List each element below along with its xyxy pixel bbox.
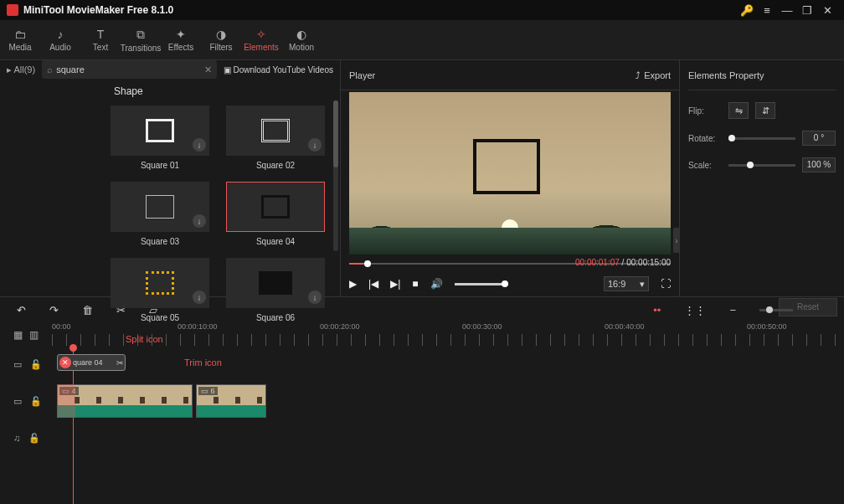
split-icon[interactable]: ✕ [59,357,71,368]
fullscreen-button[interactable]: ⛶ [661,278,671,290]
lock-icon[interactable]: 🔓 [28,433,40,444]
audio-track: ♫🔓 [0,421,844,455]
panel-collapse-handle[interactable]: › [673,228,680,253]
main-tabs: 🗀Media ♪Audio TText ⧉Transitions ✦Effect… [0,20,844,60]
asset-square-01[interactable]: ↓Square 01 [111,105,209,170]
zoom-slider[interactable] [759,309,793,311]
prev-frame-button[interactable]: |◀ [368,278,378,290]
asset-square-05[interactable]: ↓Square 05 [111,258,209,322]
app-logo [7,4,18,16]
tab-filters[interactable]: ◑Filters [201,20,241,59]
reset-button[interactable]: Reset [779,298,837,316]
track-icon[interactable]: ▭ [13,396,22,407]
export-button[interactable]: ⤴Export [636,70,671,80]
clip-element[interactable]: ✕ quare 04 ✂ [57,354,126,371]
elements-lane[interactable]: Split icon ✕ quare 04 ✂ Trim icon [52,347,844,381]
asset-square-04[interactable]: Square 04 [226,182,325,246]
download-icon[interactable]: ↓ [193,138,206,152]
playhead-overlay [57,384,75,418]
maximize-button[interactable]: ❐ [797,4,817,17]
preview-canvas[interactable] [349,92,671,255]
rotate-value[interactable]: 0 ° [802,131,836,146]
lock-icon[interactable]: 🔓 [30,359,42,370]
annotation-trim: Trim icon [184,357,222,368]
properties-panel: Elements Property Flip: ⇋ ⇵ Rotate: 0 ° … [680,60,844,296]
asset-browser: ▸ All(9) ⌕ ✕ ▣ Download YouTube Videos S… [0,60,340,296]
volume-icon[interactable]: 🔊 [430,278,443,290]
tab-motion[interactable]: ◐Motion [281,20,322,59]
tree-column [0,79,95,322]
search-input-wrap: ⌕ ✕ [42,60,217,79]
video-track: ▭🔓 ▭ 4 ▭ 6 [0,381,844,421]
audio-lane[interactable] [52,421,844,455]
effects-icon: ✦ [176,28,186,41]
tab-transitions[interactable]: ⧉Transitions [121,20,161,59]
minimize-button[interactable]: — [777,4,797,17]
tab-effects[interactable]: ✦Effects [161,20,201,59]
music-icon[interactable]: ♫ [13,433,20,444]
tree-toggle[interactable]: ▸ All(9) [7,64,35,75]
motion-icon: ◐ [296,28,306,41]
asset-square-02[interactable]: ↓Square 02 [226,105,325,170]
download-icon[interactable]: ↓ [308,138,322,152]
time-total: 00:00:15:00 [626,258,671,267]
flip-vertical-button[interactable]: ⇵ [755,102,775,119]
tab-audio[interactable]: ♪Audio [40,20,80,59]
asset-square-06[interactable]: ↓Square 06 [226,258,325,322]
menu-icon[interactable]: ≡ [757,4,777,17]
properties-title: Elements Property [688,60,836,90]
track-icon[interactable]: ▭ [13,359,22,370]
scale-label: Scale: [688,161,722,170]
zoom-out-button[interactable]: − [729,304,736,316]
section-title: Shape [114,85,333,97]
aspect-select[interactable]: 16:9▾ [604,276,649,291]
rotate-label: Rotate: [688,134,722,143]
stop-button[interactable]: ■ [412,278,418,290]
key-icon[interactable]: 🔑 [737,4,757,17]
scale-value[interactable]: 100 % [802,157,836,172]
time-current: 00:00:01:07 [575,258,620,267]
marker-icon[interactable]: ⋮⋮ [684,304,706,316]
lock-icon[interactable]: 🔓 [30,396,42,407]
download-icon[interactable]: ↓ [193,214,206,228]
timeline-mode-a-icon[interactable]: ▦ [13,329,23,341]
transitions-icon: ⧉ [136,28,145,42]
search-input[interactable] [56,64,204,75]
download-link[interactable]: ▣ Download YouTube Videos [224,65,333,75]
next-frame-button[interactable]: ▶| [390,278,400,290]
search-icon: ⌕ [47,64,53,75]
download-icon[interactable]: ↓ [193,291,206,304]
tab-text[interactable]: TText [80,20,121,59]
annotation-split: Split icon [126,334,163,344]
seek-bar[interactable]: 00:00:01:07 / 00:00:15:00 [349,256,671,271]
play-button[interactable]: ▶ [349,278,357,290]
title-bar: MiniTool MovieMaker Free 8.1.0 🔑 ≡ — ❐ ✕ [0,0,844,20]
trim-icon[interactable]: ✂ [116,358,123,368]
overlay-element[interactable] [473,139,540,194]
video-clip-1[interactable]: ▭ 4 [57,384,193,418]
app-title: MiniTool MovieMaker Free 8.1.0 [23,4,173,16]
export-icon: ⤴ [636,70,641,80]
player-panel: Player ⤴Export 00:00:01:07 / 00:00:15:00… [340,60,680,296]
volume-slider[interactable] [455,283,505,285]
rotate-slider[interactable] [728,137,795,140]
marker-red-icon[interactable]: •• [653,304,661,316]
clear-search-icon[interactable]: ✕ [204,64,212,75]
flip-label: Flip: [688,106,722,116]
close-button[interactable]: ✕ [817,4,837,17]
time-ruler[interactable]: 00:00 00:00:10:00 00:00:20:00 00:00:30:0… [52,322,844,347]
video-lane[interactable]: ▭ 4 ▭ 6 [52,381,844,421]
scrollbar[interactable] [333,100,338,251]
scale-slider[interactable] [728,164,795,167]
tab-media[interactable]: 🗀Media [0,20,40,59]
asset-grid: Shape ↓Square 01 ↓Square 02 ↓Square 03 S… [95,79,340,322]
download-icon[interactable]: ↓ [308,291,322,304]
folder-icon: 🗀 [14,28,26,41]
tab-elements[interactable]: ✧Elements [241,20,281,59]
music-icon: ♪ [58,28,64,41]
asset-square-03[interactable]: ↓Square 03 [111,182,209,246]
elements-track: ▭🔓 Split icon ✕ quare 04 ✂ Trim icon [0,347,844,381]
flip-horizontal-button[interactable]: ⇋ [728,102,749,119]
video-clip-2[interactable]: ▭ 6 [196,384,266,418]
timeline-mode-b-icon[interactable]: ▥ [29,329,39,341]
